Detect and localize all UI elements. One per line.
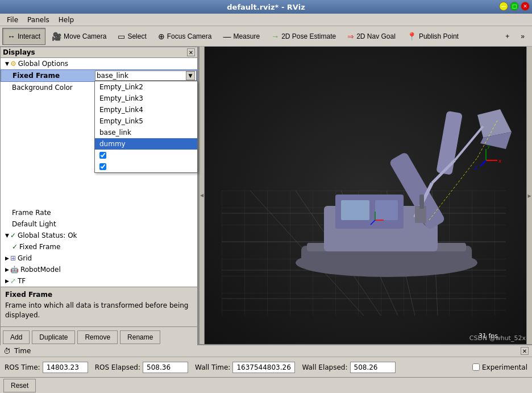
publish-point-icon: 📍 xyxy=(407,32,417,41)
add-toolbar-icon: + xyxy=(505,32,509,40)
frame-rate-label: Frame Rate xyxy=(12,209,51,217)
minimize-button[interactable]: — xyxy=(499,2,508,11)
left-panel-resize-handle[interactable]: ◀ xyxy=(199,47,205,344)
svg-text:y: y xyxy=(487,143,491,149)
wall-elapsed-value: 508.26 xyxy=(350,362,396,373)
2d-pose-button[interactable]: → 2D Pose Estimate xyxy=(266,28,341,45)
dropdown-item-label: Empty_Link3 xyxy=(99,94,143,102)
default-light-row[interactable]: Default Light xyxy=(1,218,197,230)
fixed-frame-input[interactable]: base_link ▼ xyxy=(95,71,197,81)
displays-header: Displays ✕ xyxy=(0,47,198,57)
select-button[interactable]: ▭ Select xyxy=(113,28,151,45)
dropdown-item-label: Empty_Link5 xyxy=(99,117,143,125)
global-status-arrow: ▼ xyxy=(5,233,9,238)
time-panel-close-button[interactable]: ✕ xyxy=(521,347,529,355)
expand-arrow: ▼ xyxy=(5,61,9,67)
global-options-row[interactable]: ▼ ⚙ Global Options xyxy=(1,58,197,69)
tf-icon: ⤢ xyxy=(10,277,16,285)
dropdown-item-empty-link2[interactable]: Empty_Link2 xyxy=(95,81,197,93)
viewport[interactable]: x y z 31 fps CSDN @whut_52xi xyxy=(205,47,532,344)
svg-text:z: z xyxy=(475,165,477,171)
publish-point-button[interactable]: 📍 Publish Point xyxy=(402,28,464,45)
fixed-frame-row[interactable]: Fixed Frame base_link ▼ xyxy=(1,69,197,82)
publish-point-label: Publish Point xyxy=(419,32,459,40)
wall-elapsed-label: Wall Elapsed: xyxy=(302,363,347,371)
time-panel: ⏱ Time ✕ ROS Time: 14803.23 ROS Elapsed:… xyxy=(0,344,532,377)
right-handle-indicator: ▶ xyxy=(527,193,531,198)
svg-text:x: x xyxy=(498,158,502,164)
ros-time-value: 14803.23 xyxy=(43,362,88,373)
time-content: ROS Time: 14803.23 ROS Elapsed: 508.36 W… xyxy=(0,357,532,377)
grid-label: Grid xyxy=(18,254,32,262)
description-title: Fixed Frame xyxy=(5,291,193,299)
reset-button[interactable]: Reset xyxy=(3,379,36,392)
description-area: Fixed Frame Frame into which all data is… xyxy=(0,287,198,327)
dropdown-checkbox2[interactable] xyxy=(99,163,106,170)
dropdown-item-base-link[interactable]: base_link xyxy=(95,127,197,138)
maximize-button[interactable]: □ xyxy=(510,2,519,11)
window-controls[interactable]: — □ ✕ xyxy=(499,2,530,11)
svg-line-27 xyxy=(480,160,486,166)
dropdown-checkbox1[interactable] xyxy=(99,152,106,159)
2d-nav-button[interactable]: ⇒ 2D Nav Goal xyxy=(342,28,401,45)
dropdown-item-label: base_link xyxy=(99,129,131,136)
frame-rate-row[interactable]: Frame Rate xyxy=(1,207,197,218)
menu-help[interactable]: Help xyxy=(54,15,78,25)
duplicate-button[interactable]: Duplicate xyxy=(32,330,75,344)
remove-button[interactable]: Remove xyxy=(77,330,118,344)
global-status-row[interactable]: ▼ ✓ Global Status: Ok xyxy=(1,230,197,241)
main-content: Displays ✕ ▼ ⚙ Global Options Fixed Fram… xyxy=(0,47,532,344)
menu-file[interactable]: File xyxy=(2,15,23,25)
focus-camera-label: Focus Camera xyxy=(167,32,212,40)
global-options-label: Global Options xyxy=(18,60,68,68)
dropdown-item-checkbox1[interactable] xyxy=(95,150,197,161)
interact-label: Interact xyxy=(18,32,40,40)
experimental-label: Experimental xyxy=(482,363,527,371)
more-button[interactable]: » xyxy=(516,28,530,45)
svg-rect-24 xyxy=(419,195,424,209)
fixed-frame-dropdown-button[interactable]: ▼ xyxy=(186,71,195,80)
dropdown-item-dummy[interactable]: dummy xyxy=(95,138,197,150)
interact-button[interactable]: ↔ Interact xyxy=(2,28,45,45)
status-bar: Reset xyxy=(0,377,532,393)
tf-row[interactable]: ▶ ⤢ TF xyxy=(1,275,197,287)
dropdown-item-empty-link3[interactable]: Empty_Link3 xyxy=(95,93,197,104)
measure-icon: — xyxy=(223,32,231,41)
move-camera-button[interactable]: 🎥 Move Camera xyxy=(47,28,111,45)
2d-pose-label: 2D Pose Estimate xyxy=(281,32,336,40)
dropdown-item-label: dummy xyxy=(99,140,126,148)
add-toolbar-button[interactable]: + xyxy=(500,28,514,45)
ros-elapsed-field: ROS Elapsed: 508.36 xyxy=(95,362,188,373)
dropdown-item-checkbox2[interactable] xyxy=(95,161,197,172)
ros-elapsed-value: 508.36 xyxy=(143,362,188,373)
global-status-check-icon: ✓ xyxy=(10,231,16,239)
add-button[interactable]: Add xyxy=(3,330,30,344)
select-icon: ▭ xyxy=(118,32,125,41)
displays-close-button[interactable]: ✕ xyxy=(187,48,195,56)
2d-nav-label: 2D Nav Goal xyxy=(356,32,396,40)
experimental-checkbox[interactable] xyxy=(472,363,480,371)
menu-panels[interactable]: Panels xyxy=(23,15,54,25)
right-panel-resize-handle[interactable]: ▶ xyxy=(526,47,532,344)
measure-button[interactable]: — Measure xyxy=(218,28,265,45)
rename-button[interactable]: Rename xyxy=(120,330,160,344)
focus-camera-button[interactable]: ⊕ Focus Camera xyxy=(153,28,217,45)
tf-arrow: ▶ xyxy=(5,278,9,284)
fixed-frame-status-row[interactable]: ✓ Fixed Frame xyxy=(1,241,197,253)
robotmodel-row[interactable]: ▶ 🤖 RobotModel xyxy=(1,264,197,275)
ros-time-label: ROS Time: xyxy=(5,363,40,371)
2d-pose-icon: → xyxy=(271,32,279,41)
close-button[interactable]: ✕ xyxy=(521,2,530,11)
grid-icon: ⊞ xyxy=(10,254,16,262)
select-label: Select xyxy=(127,32,146,40)
dropdown-overlay: Empty_Link2 Empty_Link3 Empty_Link4 Empt… xyxy=(94,81,198,173)
dropdown-item-empty-link4[interactable]: Empty_Link4 xyxy=(95,104,197,115)
tf-label: TF xyxy=(18,277,26,285)
fixed-frame-status-label: Fixed Frame xyxy=(19,243,60,251)
wall-time-value: 1637544803.26 xyxy=(232,362,295,373)
wall-time-label: Wall Time: xyxy=(195,363,230,371)
grid-row[interactable]: ▶ ⊞ Grid xyxy=(1,253,197,264)
wall-elapsed-field: Wall Elapsed: 508.26 xyxy=(302,362,395,373)
dropdown-item-empty-link5[interactable]: Empty_Link5 xyxy=(95,115,197,127)
grid-arrow: ▶ xyxy=(5,255,9,261)
